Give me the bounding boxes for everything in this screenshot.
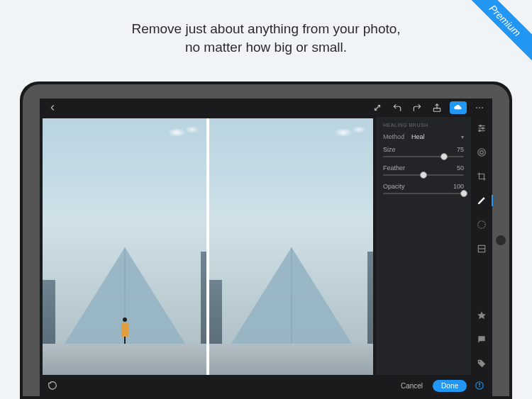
method-value: Heal	[411, 133, 461, 140]
healing-panel: HEALING BRUSH Method Heal ▾ Size 75	[376, 117, 471, 375]
top-toolbar	[40, 99, 492, 117]
bottom-toolbar: Cancel Done	[40, 375, 492, 396]
tool-rail	[471, 117, 492, 375]
linear-filter-icon[interactable]	[475, 242, 489, 256]
healing-brush-icon[interactable]	[475, 193, 489, 208]
svg-point-2	[476, 107, 477, 108]
method-row[interactable]: Method Heal ▾	[383, 133, 464, 140]
before-pane	[43, 118, 206, 375]
expand-icon[interactable]	[370, 101, 384, 115]
svg-point-13	[478, 221, 486, 229]
cancel-button[interactable]: Cancel	[397, 379, 427, 393]
crop-icon[interactable]	[475, 169, 489, 184]
comment-icon[interactable]	[475, 332, 489, 347]
photo-canvas[interactable]	[40, 117, 376, 375]
adjust-icon[interactable]	[475, 121, 489, 135]
svg-point-9	[482, 128, 484, 129]
tag-icon[interactable]	[475, 356, 489, 371]
panel-title: HEALING BRUSH	[383, 123, 464, 128]
after-pane	[209, 118, 373, 375]
svg-point-12	[480, 151, 484, 154]
clouds-decor	[168, 123, 204, 141]
svg-point-3	[479, 107, 480, 108]
promo-line-1: Remove just about anything from your pho…	[0, 20, 532, 38]
svg-point-4	[482, 107, 483, 108]
size-slider[interactable]: Size 75	[383, 146, 464, 157]
svg-point-17	[479, 361, 480, 362]
promo-text: Remove just about anything from your pho…	[0, 0, 532, 69]
size-label: Size	[383, 146, 396, 153]
device-home-button	[496, 235, 506, 245]
more-icon[interactable]	[472, 101, 487, 115]
share-icon[interactable]	[430, 101, 444, 115]
svg-point-11	[478, 149, 486, 157]
opacity-slider[interactable]: Opacity 100	[383, 183, 464, 194]
opacity-thumb[interactable]	[460, 190, 467, 197]
promo-line-2: no matter how big or small.	[0, 38, 532, 57]
cloud-sync-icon[interactable]	[450, 101, 467, 114]
svg-point-20	[479, 383, 480, 384]
svg-line-0	[375, 106, 380, 111]
opacity-label: Opacity	[383, 183, 405, 190]
device-frame: HEALING BRUSH Method Heal ▾ Size 75	[20, 82, 512, 399]
chevron-down-icon: ▾	[461, 134, 464, 140]
opacity-value: 100	[453, 183, 464, 190]
undo-icon[interactable]	[390, 101, 404, 115]
feather-slider[interactable]: Feather 50	[383, 164, 464, 176]
redo-icon[interactable]	[410, 101, 424, 115]
person-figure	[121, 317, 129, 344]
done-button[interactable]: Done	[433, 380, 467, 392]
size-thumb[interactable]	[440, 153, 448, 160]
tone-curve-icon[interactable]	[475, 145, 489, 159]
svg-point-10	[479, 130, 480, 131]
star-icon[interactable]	[475, 308, 489, 322]
size-value: 75	[457, 146, 464, 153]
feather-label: Feather	[383, 164, 405, 172]
svg-marker-16	[477, 311, 486, 319]
radial-filter-icon[interactable]	[475, 218, 489, 232]
info-icon[interactable]	[472, 378, 487, 393]
app-screen: HEALING BRUSH Method Heal ▾ Size 75	[40, 99, 492, 396]
feather-value: 50	[457, 164, 464, 172]
clouds-decor	[335, 123, 370, 141]
method-label: Method	[383, 133, 409, 140]
feather-thumb[interactable]	[420, 172, 427, 179]
back-icon[interactable]	[45, 101, 60, 115]
svg-point-8	[480, 125, 481, 126]
reset-icon[interactable]	[45, 378, 60, 393]
